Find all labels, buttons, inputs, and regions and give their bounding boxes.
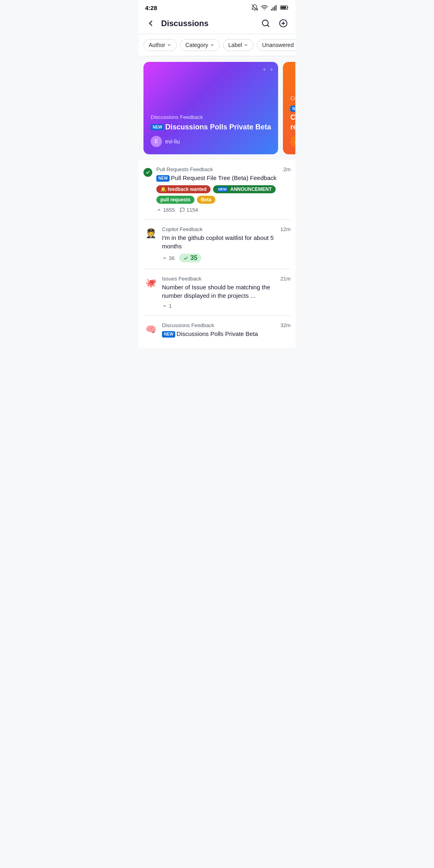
filter-author[interactable]: Author	[143, 39, 177, 51]
status-icons	[251, 4, 289, 11]
comment-stat-1: 1154	[180, 207, 198, 213]
discussion-item-2[interactable]: 🧑‍✈️ Copilot Feedback 12m I'm in the git…	[143, 220, 291, 269]
discussion-time-3: 21m	[280, 276, 291, 282]
status-bar: 4:28	[139, 0, 295, 13]
featured-card-1[interactable]: + + Discussions Feedback NEWDiscussions …	[143, 62, 278, 154]
discussion-meta-4: Discussions Feedback 32m	[162, 322, 291, 328]
tag-beta: Beta	[197, 196, 215, 204]
filter-label[interactable]: Label	[223, 39, 254, 51]
tag-announcement: NEWANNOUNCEMENT	[213, 185, 276, 193]
card2-title: NEWWa...Codesresea...	[290, 104, 295, 132]
discussion-category-2: Copilot Feedback	[162, 226, 203, 232]
discussion-stats-1: 1655 1154	[156, 207, 291, 213]
tag-pull-requests: pull requests	[156, 196, 194, 204]
card1-author: E evi-liu	[151, 136, 271, 147]
signal-icon	[270, 4, 278, 11]
new-discussion-button[interactable]	[276, 16, 291, 31]
answered-checkmark-1	[143, 168, 152, 177]
svg-rect-3	[274, 6, 275, 10]
discussion-category-3: Issues Feedback	[162, 276, 201, 282]
upvote-stat-2: 36	[162, 255, 174, 261]
card2-author: J jns	[290, 136, 295, 147]
discussion-time-2: 12m	[280, 226, 291, 232]
svg-line-8	[267, 25, 269, 27]
card1-avatar: E	[151, 136, 162, 147]
status-time: 4:28	[145, 4, 157, 11]
svg-rect-1	[271, 9, 272, 11]
avatar-4: 🧠	[143, 322, 158, 337]
discussion-meta-1: Pull Requests Feedback 2m	[156, 166, 291, 172]
back-button[interactable]	[143, 16, 158, 31]
discussion-title-1: NEWPull Request File Tree (Beta) Feedbac…	[156, 174, 291, 182]
discussion-item-1[interactable]: Pull Requests Feedback 2m NEWPull Reques…	[143, 160, 291, 220]
discussion-time-1: 2m	[283, 166, 291, 172]
discussion-time-4: 32m	[280, 322, 291, 328]
discussion-stats-2: 36 35	[162, 254, 291, 262]
battery-icon	[280, 5, 289, 10]
discussion-content-1: Pull Requests Feedback 2m NEWPull Reques…	[156, 166, 291, 213]
card1-category: Discussions Feedback	[151, 114, 271, 120]
discussion-title-3: Number of Issue should be matching the n…	[162, 283, 291, 300]
notification-icon	[251, 4, 258, 11]
discussion-content-4: Discussions Feedback 32m NEWDiscussions …	[162, 322, 291, 341]
filters-bar: Author Category Label Unanswered	[139, 34, 295, 56]
filter-unanswered[interactable]: Unanswered	[257, 39, 295, 51]
answered-stat-2: 35	[179, 254, 201, 262]
discussion-stats-3: 1	[162, 303, 291, 309]
discussion-category-1: Pull Requests Feedback	[156, 166, 213, 172]
card1-author-name: evi-liu	[165, 138, 180, 145]
filter-category[interactable]: Category	[180, 39, 220, 51]
card2-avatar: J	[290, 136, 295, 147]
upvote-stat-1: 1655	[156, 207, 175, 213]
discussion-content-3: Issues Feedback 21m Number of Issue shou…	[162, 276, 291, 309]
search-button[interactable]	[258, 16, 273, 31]
discussion-title-4: NEWDiscussions Polls Private Beta	[162, 330, 291, 338]
upvote-stat-3: 1	[162, 303, 172, 309]
discussion-title-2: I'm in the github copilot waitlist for a…	[162, 233, 291, 250]
svg-rect-2	[272, 7, 273, 10]
discussion-meta-2: Copilot Feedback 12m	[162, 226, 291, 232]
discussion-content-2: Copilot Feedback 12m I'm in the github c…	[162, 226, 291, 262]
discussion-item-3[interactable]: 🐙 Issues Feedback 21m Number of Issue sh…	[143, 269, 291, 316]
discussion-item-4[interactable]: 🧠 Discussions Feedback 32m NEWDiscussion…	[143, 316, 291, 348]
tag-feedback-wanted: 🔔 feedback wanted	[156, 185, 211, 193]
discussions-list: Pull Requests Feedback 2m NEWPull Reques…	[139, 160, 295, 348]
header: Discussions	[139, 13, 295, 34]
card2-category: Codespaces	[290, 95, 295, 101]
featured-card-2[interactable]: + + Codespaces NEWWa...Codesresea... J j…	[283, 62, 295, 154]
featured-cards: + + Discussions Feedback NEWDiscussions …	[139, 56, 295, 160]
svg-rect-6	[281, 6, 286, 9]
avatar-2: 🧑‍✈️	[143, 226, 158, 241]
svg-rect-4	[276, 5, 276, 10]
discussion-tags-1: 🔔 feedback wanted NEWANNOUNCEMENT pull r…	[156, 185, 291, 204]
avatar-3: 🐙	[143, 276, 158, 290]
page-title: Discussions	[161, 19, 255, 28]
wifi-icon	[261, 4, 268, 11]
discussion-meta-3: Issues Feedback 21m	[162, 276, 291, 282]
card1-title: NEWDiscussions Polls Private Beta	[151, 123, 271, 132]
discussion-category-4: Discussions Feedback	[162, 322, 214, 328]
